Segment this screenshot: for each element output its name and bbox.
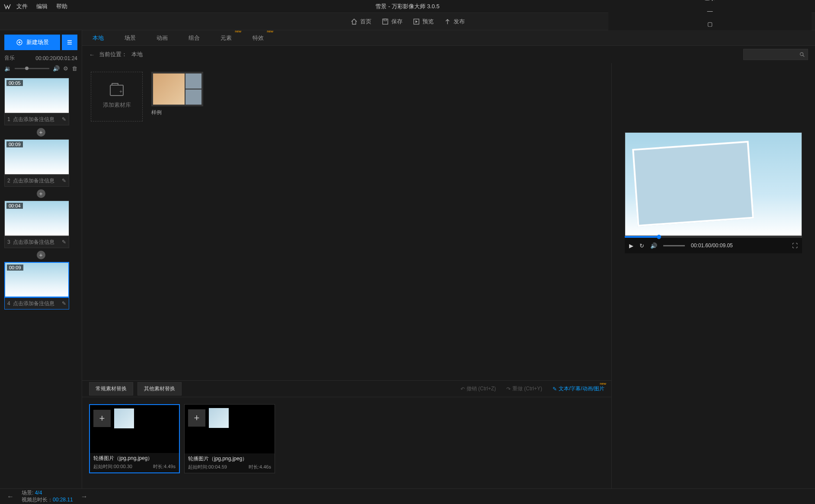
scene-list-toggle[interactable] (62, 35, 77, 50)
add-asset-library[interactable]: + 添加素材库 (91, 72, 143, 121)
edit-icon: ✎ (553, 386, 557, 392)
scene-caption-text[interactable]: 点击添加备注信息 (13, 239, 62, 246)
music-slider[interactable] (15, 68, 49, 69)
search-icon (799, 51, 805, 57)
scene-caption-text[interactable]: 点击添加备注信息 (13, 300, 62, 307)
scene-item[interactable]: 00:09 4 点击添加备注信息 ✎ (4, 262, 77, 309)
music-time: 00:00:20/00:01:24 (35, 55, 77, 61)
tab-other-replace[interactable]: 其他素材替换 (137, 382, 182, 396)
tab-element[interactable]: 元素new (210, 30, 242, 45)
undo-button[interactable]: ↶撤销 (Ctrl+Z) (460, 385, 496, 392)
svg-point-4 (800, 53, 803, 56)
preview-controls: ▶ ↻ 🔊 00:01.60/00:09.05 ⛶ (625, 238, 802, 253)
delete-music-icon[interactable]: 🗑 (72, 65, 77, 72)
settings-icon[interactable]: ⚙ (63, 65, 68, 72)
edit-caption-icon[interactable]: ✎ (62, 116, 66, 122)
save-label: 保存 (391, 18, 403, 26)
tab-scene[interactable]: 场景 (114, 30, 146, 45)
search-input[interactable] (743, 49, 808, 60)
clip-thumbnail (114, 408, 134, 428)
edit-caption-icon[interactable]: ✎ (62, 239, 66, 245)
add-clip-image[interactable]: + (93, 410, 111, 427)
clip-title: 轮播图片（jpg,png,jpeg） (93, 455, 176, 462)
add-scene-between[interactable]: + (37, 251, 45, 259)
redo-button[interactable]: ↷重做 (Ctrl+Y) (506, 385, 542, 392)
back-arrow-icon[interactable]: ← (89, 51, 95, 58)
add-scene-between[interactable]: + (37, 128, 45, 137)
titlebar: 文件 编辑 帮助 雪景 - 万彩影像大师 3.0.5 升级账户 登录 — ▢ ✕ (0, 0, 815, 13)
tab-effect[interactable]: 特效new (242, 30, 274, 45)
status-bar: ← 场景: 4/4 视频总时长：00:28.11 → (0, 488, 815, 504)
tab-animation[interactable]: 动画 (146, 30, 178, 45)
new-badge: new (600, 382, 606, 386)
volume-up-icon[interactable]: 🔊 (53, 65, 60, 72)
scene-item[interactable]: 00:05 🗑 ⧉ 1 点击添加备注信息 ✎ (4, 78, 77, 125)
add-clip-image[interactable]: + (188, 409, 205, 427)
total-duration-value: 00:28.11 (53, 497, 73, 503)
breadcrumb: ← 当前位置： 本地 (82, 46, 815, 63)
asset-folder[interactable]: 样例 (151, 72, 203, 116)
preview-canvas (625, 132, 802, 236)
add-scene-between[interactable]: + (37, 189, 45, 198)
menu-file[interactable]: 文件 (16, 3, 28, 10)
clip-item[interactable]: + 轮播图片（jpg,png,jpeg） 起始时间:00:00.30 时长:4.… (89, 404, 180, 473)
tab-regular-replace[interactable]: 常规素材替换 (89, 382, 133, 396)
scene-index: 1 (7, 116, 10, 122)
svg-rect-0 (383, 19, 388, 24)
folder-add-icon: + (110, 85, 124, 96)
play-icon[interactable]: ▶ (629, 242, 633, 249)
tab-combo[interactable]: 组合 (178, 30, 210, 45)
scene-index: 2 (7, 178, 10, 184)
bottom-editor: 常规素材替换 其他素材替换 ↶撤销 (Ctrl+Z) ↷重做 (Ctrl+Y) … (82, 380, 611, 488)
scene-item[interactable]: 00:04 🗑 ⧉ 3 点击添加备注信息 ✎ (4, 201, 77, 248)
minimize-button[interactable]: — (706, 6, 714, 15)
login-button[interactable]: 登录 (702, 0, 718, 2)
edit-caption-icon[interactable]: ✎ (62, 300, 66, 306)
maximize-button[interactable]: ▢ (706, 19, 714, 28)
folder-label: 样例 (151, 109, 203, 116)
scene-thumbnail[interactable]: 00:09 (4, 139, 69, 175)
scene-thumbnail[interactable]: 00:09 (4, 262, 69, 297)
clip-item[interactable]: + 轮播图片（jpg,png,jpeg） 起始时间:00:04.59 时长:4.… (184, 404, 275, 473)
scene-caption-text[interactable]: 点击添加备注信息 (13, 116, 62, 123)
clip-list: + 轮播图片（jpg,png,jpeg） 起始时间:00:00.30 时长:4.… (82, 397, 611, 480)
left-panel: 新建场景 音乐 00:00:20/00:01:24 🔉 🔊 ⚙ 🗑 (0, 30, 82, 488)
home-label: 首页 (360, 18, 371, 26)
new-badge: new (267, 29, 273, 33)
preview-progress[interactable] (625, 236, 802, 238)
tab-local[interactable]: 本地 (82, 30, 114, 45)
loop-icon[interactable]: ↻ (639, 242, 644, 249)
prev-scene-arrow[interactable]: ← (7, 493, 14, 501)
volume-down-icon[interactable]: 🔉 (4, 65, 11, 72)
folder-thumbnail (151, 72, 203, 106)
scene-thumbnail[interactable]: 00:04 (4, 201, 69, 236)
preview-panel: ▶ ↻ 🔊 00:01.60/00:09.05 ⛶ (612, 63, 815, 488)
scene-duration: 00:09 (7, 265, 23, 271)
scene-item[interactable]: 00:09 🗑 ⧉ 2 点击添加备注信息 ✎ (4, 139, 77, 187)
breadcrumb-path: 本地 (131, 51, 143, 58)
next-scene-arrow[interactable]: → (81, 493, 88, 501)
menu-help[interactable]: 帮助 (56, 3, 67, 10)
new-scene-button[interactable]: 新建场景 (4, 35, 60, 50)
publish-button[interactable]: 发布 (444, 18, 465, 26)
home-button[interactable]: 首页 (351, 18, 371, 26)
edit-caption-icon[interactable]: ✎ (62, 178, 66, 184)
app-logo (3, 3, 11, 10)
volume-slider[interactable] (663, 245, 685, 246)
new-badge: new (235, 29, 241, 33)
scene-thumbnail[interactable]: 00:05 (4, 78, 69, 113)
preview-button[interactable]: 预览 (413, 18, 434, 26)
publish-label: 发布 (454, 18, 465, 26)
scene-count-label: 场景: (22, 490, 33, 496)
save-button[interactable]: 保存 (382, 18, 403, 26)
menu-bar: 文件 编辑 帮助 (16, 3, 67, 10)
volume-icon[interactable]: 🔊 (650, 242, 657, 249)
scene-count-value: 4/4 (35, 490, 42, 496)
scene-caption-text[interactable]: 点击添加备注信息 (13, 177, 62, 185)
preview-photo (632, 141, 754, 226)
total-duration-label: 视频总时长： (22, 497, 53, 503)
clip-title: 轮播图片（jpg,png,jpeg） (188, 455, 271, 463)
menu-edit[interactable]: 编辑 (36, 3, 48, 10)
text-anim-button[interactable]: ✎ 文本/字幕/动画/图片 new (553, 385, 604, 392)
fullscreen-icon[interactable]: ⛶ (792, 242, 798, 249)
